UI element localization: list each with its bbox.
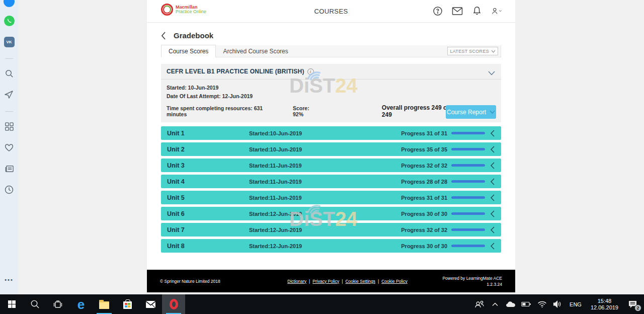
chevron-down-icon[interactable] — [488, 68, 495, 77]
bookmarks-heart-icon[interactable] — [4, 142, 15, 153]
unit-progress-bar — [451, 196, 485, 199]
footer-link-separator: | — [378, 279, 379, 284]
opera-icon[interactable] — [162, 294, 185, 314]
language-indicator[interactable]: ENG — [567, 301, 584, 307]
course-last-attempt: Date Of Last Attempt: 12-Jun-2019 — [167, 93, 496, 99]
wifi-icon[interactable] — [536, 297, 548, 312]
footer-powered-by: Powered by LearningMate ACE — [427, 275, 502, 281]
news-icon[interactable] — [4, 163, 15, 174]
chevron-left-icon[interactable] — [485, 243, 500, 250]
bell-icon[interactable] — [471, 6, 482, 17]
unit-progress-label: Progress 32 of 32 — [401, 227, 447, 233]
battery-icon[interactable] — [520, 297, 532, 312]
course-panel: CEFR LEVEL B1 PRACTICE ONLINE (BRITISH) … — [161, 64, 501, 122]
edge-icon[interactable]: e — [69, 294, 93, 314]
unit-started: Started:10-Jun-2019 — [249, 146, 401, 152]
info-icon[interactable]: i — [307, 68, 314, 75]
chevron-left-icon[interactable] — [485, 210, 500, 217]
course-title: CEFR LEVEL B1 PRACTICE ONLINE (BRITISH) — [167, 68, 304, 75]
start-icon[interactable] — [0, 294, 23, 314]
macmillan-logo-icon — [161, 4, 173, 16]
task-view-icon[interactable] — [46, 294, 69, 314]
unit-progress-label: Progress 31 of 31 — [401, 130, 447, 136]
unit-row[interactable]: Unit 2 Started:10-Jun-2019 Progress 35 o… — [161, 142, 501, 156]
windows-taskbar: e ENG 15:48 12.06.2019 — [0, 294, 644, 314]
back-chevron-icon[interactable] — [161, 32, 169, 40]
onedrive-cloud-icon[interactable] — [505, 297, 517, 312]
chevron-left-icon[interactable] — [485, 162, 500, 169]
speed-dial-icon[interactable] — [4, 121, 15, 132]
whatsapp-icon[interactable] — [4, 15, 15, 26]
more-dots-icon[interactable]: ••• — [5, 277, 14, 283]
chevron-left-icon[interactable] — [485, 194, 500, 201]
chevron-down-icon — [490, 110, 495, 114]
unit-row[interactable]: Unit 1 Started:10-Jun-2019 Progress 31 o… — [161, 126, 501, 140]
unit-progress-bar — [451, 245, 485, 247]
clock-indicator[interactable]: 15:48 12.06.2019 — [588, 298, 621, 311]
file-explorer-icon[interactable] — [93, 294, 116, 314]
action-center-icon[interactable]: 2 — [625, 297, 640, 312]
course-panel-header[interactable]: CEFR LEVEL B1 PRACTICE ONLINE (BRITISH) … — [161, 64, 501, 80]
unit-name: Unit 4 — [167, 178, 249, 185]
browser-sidebar: VK ••• — [0, 0, 18, 294]
search-icon[interactable] — [4, 68, 15, 79]
unit-started: Started:12-Jun-2019 — [249, 227, 401, 233]
unit-progress-bar — [451, 148, 485, 150]
course-report-button[interactable]: Course Report — [446, 105, 496, 119]
my-flow-icon[interactable] — [4, 89, 15, 100]
vk-icon[interactable]: VK — [4, 36, 15, 47]
page-footer: © Springer Nature Limited 2018 Dictionar… — [147, 270, 515, 292]
footer-link[interactable]: Privacy Policy — [312, 279, 339, 284]
footer-link[interactable]: Dictionary — [287, 279, 306, 284]
tray-time: 15:48 — [591, 298, 618, 304]
unit-row[interactable]: Unit 7 Started:12-Jun-2019 Progress 32 o… — [161, 223, 501, 237]
footer-links: Dictionary|Privacy Policy|Cookie Setting… — [268, 279, 427, 284]
unit-started: Started:10-Jun-2019 — [249, 130, 401, 136]
mail-icon[interactable] — [452, 6, 463, 17]
unit-started: Started:11-Jun-2019 — [249, 195, 401, 201]
unit-name: Unit 5 — [167, 194, 249, 201]
unit-progress-label: Progress 32 of 32 — [401, 163, 447, 169]
unit-progress-label: Progress 30 of 30 — [401, 211, 447, 217]
unit-row[interactable]: Unit 6 Started:12-Jun-2019 Progress 30 o… — [161, 207, 501, 220]
footer-version: 1.2.3.24 — [427, 281, 502, 287]
chevron-left-icon[interactable] — [485, 226, 500, 233]
brand-line2: Practice Online — [176, 10, 206, 14]
unit-row[interactable]: Unit 3 Started:11-Jun-2019 Progress 32 o… — [161, 159, 501, 172]
volume-icon[interactable] — [551, 297, 564, 312]
unit-name: Unit 1 — [167, 130, 249, 137]
history-clock-icon[interactable] — [4, 184, 15, 195]
store-icon[interactable] — [116, 294, 139, 314]
footer-link[interactable]: Cookie Settings — [345, 279, 375, 284]
unit-progress-bar — [451, 228, 485, 231]
sidebar-divider — [5, 111, 13, 112]
tab-course-scores[interactable]: Course Scores — [161, 45, 216, 57]
latest-scores-dropdown[interactable]: LATEST SCORES — [447, 47, 498, 55]
unit-name: Unit 2 — [167, 146, 249, 153]
unit-row[interactable]: Unit 8 Started:12-Jun-2019 Progress 30 o… — [161, 239, 501, 253]
unit-progress-bar — [451, 164, 485, 167]
unit-row[interactable]: Unit 5 Started:11-Jun-2019 Progress 31 o… — [161, 191, 501, 204]
unit-row[interactable]: Unit 4 Started:11-Jun-2019 Progress 28 o… — [161, 175, 501, 188]
messenger-icon[interactable] — [4, 0, 15, 7]
course-panel-body: Started: 10-Jun-2019 Date Of Last Attemp… — [161, 80, 501, 122]
chevron-left-icon[interactable] — [485, 146, 500, 153]
tabstrip: Course Scores Archived Course Scores LAT… — [161, 45, 501, 57]
unit-name: Unit 6 — [167, 210, 249, 217]
tray-chevron-up-icon[interactable] — [489, 297, 501, 312]
taskbar-search-icon[interactable] — [23, 294, 46, 314]
tab-archived-course-scores[interactable]: Archived Course Scores — [216, 45, 295, 57]
unit-progress-label: Progress 31 of 31 — [401, 195, 447, 201]
brand-logo-block[interactable]: Macmillan Practice Online — [161, 4, 206, 16]
chevron-left-icon[interactable] — [485, 178, 500, 185]
footer-link[interactable]: Cookie Policy — [381, 279, 408, 284]
course-report-label: Course Report — [447, 109, 486, 116]
mail-app-icon[interactable] — [139, 294, 162, 314]
unit-started: Started:11-Jun-2019 — [249, 179, 401, 185]
help-icon[interactable] — [432, 6, 443, 17]
footer-link-separator: | — [309, 279, 310, 284]
people-icon[interactable] — [473, 297, 486, 312]
site-header: Macmillan Practice Online COURSES — [147, 0, 515, 23]
account-icon[interactable] — [491, 6, 502, 17]
chevron-left-icon[interactable] — [485, 130, 500, 137]
